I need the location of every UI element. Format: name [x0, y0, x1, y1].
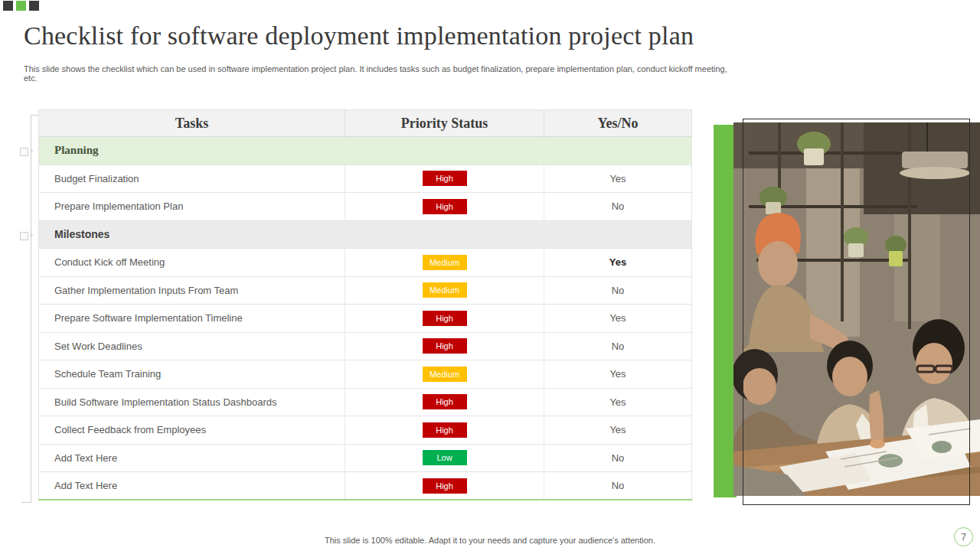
accent-square-dark-icon: [29, 1, 39, 11]
answer-cell: No: [544, 472, 692, 500]
priority-badge: High: [423, 422, 467, 438]
task-cell: Conduct Kick off Meeting: [39, 249, 345, 277]
answer-cell: No: [544, 332, 692, 360]
priority-cell: Medium: [345, 360, 544, 389]
priority-badge: High: [423, 311, 467, 326]
table-row: Collect Feedback from EmployeesHighYes: [39, 416, 692, 445]
task-cell: Add Text Here: [39, 444, 345, 472]
priority-badge: Medium: [423, 367, 467, 382]
table-row: Prepare Software Implementation Timeline…: [39, 305, 692, 333]
answer-cell: No: [544, 444, 692, 472]
table-header-row: Tasks Priority Status Yes/No: [39, 110, 692, 137]
priority-badge: High: [423, 171, 467, 186]
priority-cell: High: [345, 305, 544, 333]
answer-cell: Yes: [544, 360, 692, 389]
task-cell: Build Software Implementation Status Das…: [39, 388, 345, 416]
priority-cell: High: [345, 416, 544, 445]
priority-badge: Low: [423, 450, 467, 465]
priority-cell: High: [345, 388, 544, 416]
slide-title: Checklist for software deployment implem…: [24, 21, 904, 51]
checklist-table-body: PlanningBudget FinalizationHighYesPrepar…: [39, 137, 692, 500]
expand-marker-icon: ›: [20, 232, 28, 240]
table-row: Conduct Kick off MeetingMediumYes: [39, 249, 692, 277]
priority-cell: High: [345, 193, 544, 221]
priority-cell: Medium: [345, 249, 544, 277]
section-row: Planning: [39, 137, 692, 165]
task-cell: Collect Feedback from Employees: [39, 416, 345, 445]
priority-cell: High: [345, 332, 544, 360]
presentation-slide: Checklist for software deployment implem…: [0, 0, 980, 551]
table-row: Prepare Implementation PlanHighNo: [39, 193, 692, 221]
page-number-badge: 7: [954, 527, 973, 546]
table-row: Gather Implementation Inputs From TeamMe…: [39, 276, 692, 305]
task-cell: Budget Finalization: [39, 165, 345, 193]
column-header-priority: Priority Status: [345, 110, 544, 137]
table-row: Budget FinalizationHighYes: [39, 165, 692, 193]
priority-cell: Low: [345, 444, 544, 472]
outline-guide-foot: [21, 502, 31, 503]
task-cell: Prepare Implementation Plan: [39, 193, 345, 221]
table-row: Add Text HereLowNo: [39, 444, 692, 472]
task-cell: Add Text Here: [39, 472, 345, 500]
answer-cell: Yes: [544, 388, 692, 416]
slide-subtitle: This slide shows the checklist which can…: [24, 64, 728, 83]
priority-badge: Medium: [423, 255, 467, 270]
priority-cell: Medium: [345, 276, 544, 305]
accent-square-dark-icon: [3, 1, 13, 11]
priority-badge: Medium: [423, 282, 467, 298]
task-cell: Gather Implementation Inputs From Team: [39, 276, 345, 305]
team-photo: [733, 122, 980, 496]
accent-square-green-icon: [16, 1, 26, 11]
priority-cell: High: [345, 165, 544, 193]
table-row: Build Software Implementation Status Das…: [39, 388, 692, 416]
checklist-table: Tasks Priority Status Yes/No PlanningBud…: [38, 109, 692, 500]
answer-cell: Yes: [544, 249, 692, 277]
section-row: Milestones: [39, 220, 692, 249]
expand-marker-icon: ›: [20, 148, 28, 156]
answer-cell: Yes: [544, 165, 692, 193]
priority-badge: High: [423, 394, 467, 409]
section-label: Planning: [39, 137, 692, 165]
table-row: Schedule Team TrainingMediumYes: [39, 360, 692, 389]
answer-cell: Yes: [544, 416, 692, 445]
priority-badge: High: [423, 199, 467, 214]
priority-cell: High: [345, 472, 544, 500]
column-header-yesno: Yes/No: [544, 110, 692, 137]
answer-cell: No: [544, 276, 692, 305]
column-header-tasks: Tasks: [39, 110, 345, 137]
slide-footer-note: This slide is 100% editable. Adapt it to…: [0, 536, 980, 545]
task-cell: Set Work Deadlines: [39, 332, 345, 360]
answer-cell: Yes: [544, 305, 692, 333]
task-cell: Prepare Software Implementation Timeline: [39, 305, 345, 333]
answer-cell: No: [544, 193, 692, 221]
priority-badge: High: [423, 478, 467, 494]
task-cell: Schedule Team Training: [39, 360, 345, 389]
table-row: Set Work DeadlinesHighNo: [39, 332, 692, 360]
table-row: Add Text HereHighNo: [39, 472, 692, 500]
slide-accent-squares-icon: [3, 1, 39, 11]
team-photo-illustration: [733, 122, 980, 496]
section-label: Milestones: [39, 220, 692, 249]
outline-guide-line: [31, 115, 31, 503]
priority-badge: High: [423, 338, 467, 354]
